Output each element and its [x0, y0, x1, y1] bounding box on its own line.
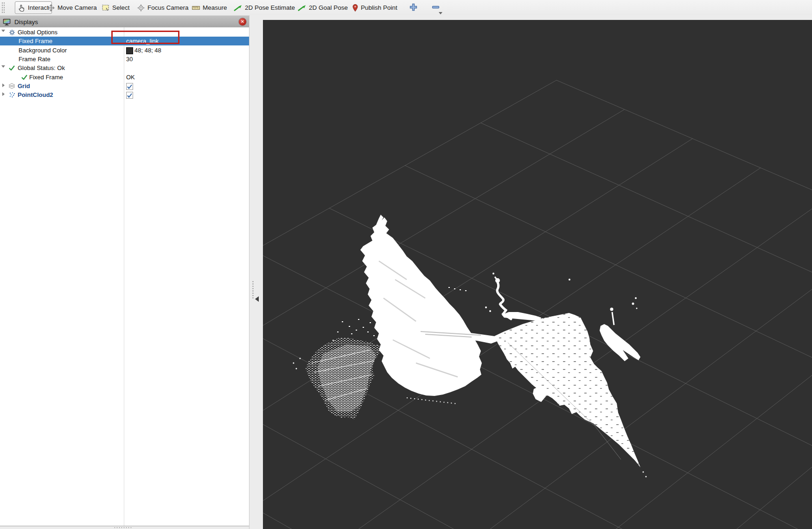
green-arrow-icon	[234, 5, 242, 11]
displays-tree: Global Options Fixed Frame camera_link B…	[0, 27, 249, 526]
row-label: Background Color	[19, 47, 67, 54]
fixed-frame-value[interactable]: camera_link	[126, 38, 159, 45]
tree-row-global-status[interactable]: Global Status: Ok	[0, 64, 249, 72]
row-label: Fixed Frame	[19, 38, 52, 45]
frame-rate-value[interactable]: 30	[126, 56, 133, 63]
tree-row-grid[interactable]: Grid	[0, 82, 249, 90]
gear-icon	[8, 29, 15, 36]
tool-label: Move Camera	[58, 4, 97, 11]
panel-collapse-splitter[interactable]	[249, 15, 263, 529]
grid-enabled-checkbox[interactable]	[126, 83, 133, 90]
crosshair-icon	[137, 4, 145, 12]
tree-row-frame-rate[interactable]: Frame Rate 30	[0, 55, 249, 64]
monitor-icon	[3, 19, 11, 25]
chevron-down-icon[interactable]	[1, 30, 5, 32]
displays-panel-titlebar[interactable]: Displays ✕	[0, 15, 249, 28]
tree-row-background-color[interactable]: Background Color 48; 48; 48	[0, 46, 249, 55]
tool-label: Focus Camera	[147, 4, 189, 11]
chevron-down-icon[interactable]	[1, 65, 5, 68]
fixed-frame-status-value: OK	[126, 74, 135, 81]
displays-panel: Displays ✕ Global Options Fixed Frame ca…	[0, 15, 249, 529]
left-triangle-icon[interactable]	[255, 296, 259, 302]
move-arrows-icon	[47, 4, 55, 12]
chevron-right-icon[interactable]	[2, 92, 5, 96]
viewport-background	[263, 20, 812, 529]
tree-row-global-options[interactable]: Global Options	[0, 28, 249, 37]
tool-2d-pose-estimate[interactable]: 2D Pose Estimate	[231, 1, 298, 14]
minus-icon	[432, 3, 440, 13]
check-icon	[8, 64, 15, 71]
background-color-value[interactable]: 48; 48; 48	[134, 47, 161, 54]
pointcloud-icon	[8, 91, 15, 98]
grid-icon	[8, 83, 15, 89]
tool-label: Measure	[203, 4, 227, 11]
green-arrow-icon	[298, 5, 306, 11]
tree-row-fixed-frame[interactable]: Fixed Frame camera_link	[0, 37, 249, 45]
main-area	[249, 15, 812, 529]
plus-icon	[409, 3, 417, 13]
tree-row-fixed-frame-status[interactable]: Fixed Frame OK	[0, 73, 249, 82]
tool-move-camera[interactable]: Move Camera	[45, 1, 100, 14]
row-label: Global Options	[18, 29, 58, 36]
ruler-icon	[192, 6, 200, 10]
splitter-grip-icon	[114, 527, 132, 529]
rviz-window: Interact Move Camera Select Focus Camera…	[0, 0, 812, 529]
color-swatch[interactable]	[126, 47, 133, 54]
map-pin-icon	[352, 4, 358, 12]
tool-measure[interactable]: Measure	[189, 1, 230, 14]
tool-2d-goal-pose[interactable]: 2D Goal Pose	[295, 1, 351, 14]
selection-box-icon	[102, 5, 109, 11]
tool-label: 2D Pose Estimate	[245, 4, 295, 11]
splitter-grip-icon	[252, 280, 255, 299]
hand-icon	[18, 4, 25, 12]
tool-focus-camera[interactable]: Focus Camera	[134, 1, 192, 14]
tool-label: 2D Goal Pose	[309, 4, 348, 11]
row-label: Global Status: Ok	[18, 64, 65, 71]
chevron-right-icon[interactable]	[2, 83, 5, 87]
pointcloud2-enabled-checkbox[interactable]	[126, 92, 133, 99]
check-icon	[21, 74, 28, 81]
tool-select[interactable]: Select	[99, 1, 133, 14]
tree-row-pointcloud2[interactable]: PointCloud2	[0, 90, 249, 99]
row-label: PointCloud2	[18, 91, 53, 98]
property-column-divider[interactable]	[124, 27, 124, 526]
panel-splitter[interactable]	[0, 526, 249, 529]
panel-title-label: Displays	[14, 19, 38, 25]
tool-label: Select	[112, 4, 130, 11]
row-label: Fixed Frame	[29, 74, 63, 81]
toolbar: Interact Move Camera Select Focus Camera…	[0, 0, 812, 16]
3d-viewport[interactable]	[263, 20, 812, 529]
toolbar-overflow-caret[interactable]	[439, 12, 442, 14]
tool-publish-point[interactable]: Publish Point	[350, 1, 400, 14]
row-label: Grid	[18, 83, 30, 89]
row-label: Frame Rate	[19, 56, 51, 63]
close-icon[interactable]: ✕	[238, 18, 247, 26]
toolbar-drag-handle[interactable]	[1, 2, 5, 13]
add-tool-button[interactable]	[406, 2, 420, 13]
tool-label: Publish Point	[361, 4, 397, 11]
